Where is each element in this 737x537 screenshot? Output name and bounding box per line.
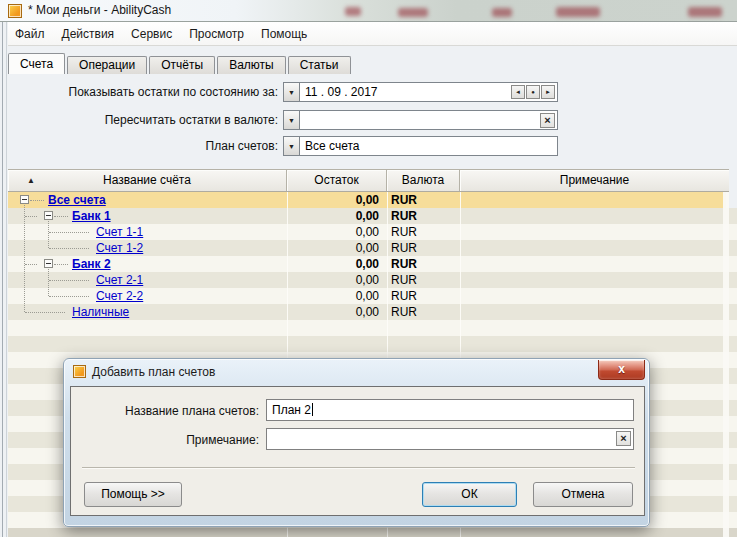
tree-collapse-icon[interactable] [44, 211, 53, 220]
currency-filter-label: Пересчитать остатки в валюте: [0, 110, 278, 130]
plan-name-value: План 2 [272, 403, 311, 417]
tab-reports[interactable]: Отчёты [149, 56, 215, 74]
empty-row [8, 528, 737, 537]
menu-item-3[interactable]: Просмотр [187, 22, 246, 46]
glass-artifact [398, 8, 428, 17]
menu-bar: ФайлДействияСервисПросмотрПомощь [0, 22, 737, 46]
tab-accounts[interactable]: Счета [8, 53, 65, 74]
tree-line [49, 232, 89, 233]
currency-value: RUR [391, 272, 451, 288]
balance-value: 0,00 [208, 256, 379, 272]
note-clear-icon[interactable]: × [616, 431, 631, 446]
plan-dropdown-icon[interactable]: ▼ [283, 136, 300, 156]
column-header-balance[interactable]: Остаток [287, 170, 387, 191]
glass-artifact [492, 8, 512, 17]
table-row[interactable]: Счет 1-10,00RUR [8, 224, 737, 240]
title-bar[interactable]: * Мои деньги - AbilityCash [0, 0, 737, 22]
tree-line [49, 280, 89, 281]
menu-item-0[interactable]: Файл [13, 22, 47, 46]
close-icon[interactable]: x [598, 360, 645, 380]
app-icon [8, 4, 22, 18]
table-row[interactable]: Наличные0,00RUR [8, 304, 737, 320]
date-value: 11 . 09 . 2017 [305, 85, 378, 99]
currency-value: RUR [391, 256, 451, 272]
table-row[interactable]: Банк 10,00RUR [8, 208, 737, 224]
tree-line [25, 264, 37, 265]
column-header-name[interactable]: Название счёта [8, 170, 287, 191]
currency-value: RUR [391, 208, 451, 224]
currency-value: RUR [391, 240, 451, 256]
balance-value: 0,00 [208, 224, 379, 240]
currency-input[interactable]: × [300, 110, 558, 130]
glass-artifact [556, 7, 600, 17]
plan-filter-row: План счетов: ▼ Все счета [0, 136, 737, 156]
window-title: * Мои деньги - AbilityCash [28, 0, 171, 21]
account-link[interactable]: Счет 2-1 [96, 272, 143, 288]
account-link[interactable]: Банк 2 [72, 256, 111, 272]
tab-strip: СчетаОперацииОтчётыВалютыСтатьи [8, 53, 353, 74]
date-prev-button[interactable]: ◄ [511, 85, 525, 99]
account-link[interactable]: Счет 1-2 [96, 240, 143, 256]
table-row[interactable]: Все счета0,00RUR [8, 192, 726, 208]
empty-row [8, 320, 737, 336]
date-filter-row: Показывать остатки по состоянию за: ▼ 11… [0, 82, 737, 102]
table-row[interactable]: Банк 20,00RUR [8, 256, 737, 272]
account-link[interactable]: Все счета [48, 192, 106, 208]
tab-operations[interactable]: Операции [67, 56, 147, 74]
account-link[interactable]: Счет 2-2 [96, 288, 143, 304]
tree-collapse-icon[interactable] [44, 259, 53, 268]
menu-item-1[interactable]: Действия [60, 22, 117, 46]
balance-value: 0,00 [208, 192, 379, 208]
note-input[interactable]: × [266, 428, 634, 450]
account-link[interactable]: Счет 1-1 [96, 224, 143, 240]
date-next-button[interactable]: ► [541, 85, 555, 99]
date-input[interactable]: 11 . 09 . 2017 ◄●► [300, 82, 558, 102]
currency-value: RUR [391, 192, 451, 208]
currency-value: RUR [391, 288, 451, 304]
balance-value: 0,00 [208, 240, 379, 256]
dialog-icon [73, 365, 86, 378]
balance-value: 0,00 [208, 208, 379, 224]
cancel-button[interactable]: Отмена [533, 482, 633, 507]
table-header: ▲ Название счёта Остаток Валюта Примечан… [8, 169, 729, 192]
dialog-title: Добавить план счетов [92, 359, 215, 386]
tree-line [54, 216, 68, 217]
tree-line [24, 205, 25, 312]
currency-dropdown-icon[interactable]: ▼ [283, 110, 300, 130]
menu-item-4[interactable]: Помощь [259, 22, 309, 46]
date-dropdown-icon[interactable]: ▼ [283, 82, 300, 102]
currency-clear-icon[interactable]: × [540, 113, 555, 128]
ok-button[interactable]: ОК [422, 482, 517, 507]
dialog-separator [82, 467, 635, 469]
add-plan-dialog: Добавить план счетов x Название плана сч… [63, 358, 650, 527]
tab-articles[interactable]: Статьи [288, 56, 351, 74]
glass-artifact [345, 7, 361, 16]
table-row[interactable]: Счет 2-20,00RUR [8, 288, 737, 304]
plan-name-input[interactable]: План 2 [266, 399, 634, 421]
tree-line [49, 296, 89, 297]
plan-input[interactable]: Все счета [300, 136, 558, 156]
table-row[interactable]: Счет 1-20,00RUR [8, 240, 737, 256]
note-label: Примечание: [71, 430, 259, 450]
tree-line [48, 269, 49, 296]
tree-line [25, 312, 65, 313]
account-link[interactable]: Наличные [72, 304, 129, 320]
account-link[interactable]: Банк 1 [72, 208, 111, 224]
help-button[interactable]: Помощь >> [84, 482, 182, 507]
table-row[interactable]: Счет 2-10,00RUR [8, 272, 737, 288]
tab-currencies[interactable]: Валюты [217, 56, 286, 74]
date-spinners: ◄●► [510, 85, 555, 103]
currency-filter-row: Пересчитать остатки в валюте: ▼ × [0, 110, 737, 130]
tree-line [48, 221, 49, 248]
balance-value: 0,00 [208, 304, 379, 320]
column-header-currency[interactable]: Валюта [387, 170, 460, 191]
plan-filter-label: План счетов: [0, 136, 278, 156]
date-today-button[interactable]: ● [526, 85, 540, 99]
tree-line [30, 200, 44, 201]
menu-item-2[interactable]: Сервис [129, 22, 174, 46]
tree-collapse-icon[interactable] [20, 195, 29, 204]
date-filter-label: Показывать остатки по состоянию за: [0, 82, 278, 102]
column-header-note[interactable]: Примечание [460, 170, 729, 191]
tree-line [25, 216, 37, 217]
currency-value: RUR [391, 304, 451, 320]
